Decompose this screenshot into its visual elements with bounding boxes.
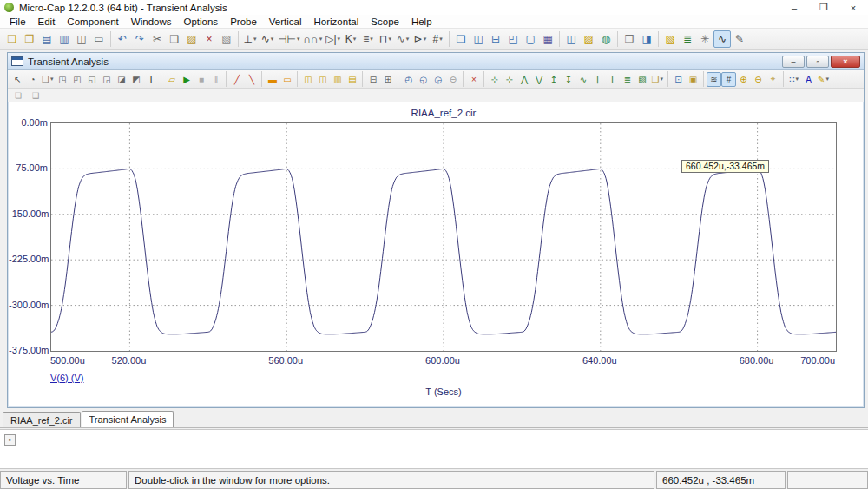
ground-component-icon[interactable]: ⊥▾ bbox=[241, 30, 259, 48]
undo-icon[interactable]: ↶ bbox=[114, 30, 131, 48]
mini-page-2-icon[interactable]: ❑ bbox=[29, 89, 43, 102]
overlap-windows-icon[interactable]: ◰ bbox=[504, 30, 522, 48]
connector-component-icon[interactable]: #▾ bbox=[429, 30, 446, 48]
preferences-icon[interactable]: ✳ bbox=[696, 30, 713, 48]
child-minimize-button[interactable]: – bbox=[782, 56, 805, 68]
delete-icon[interactable]: × bbox=[201, 30, 218, 48]
text-box-icon[interactable]: ⊡ bbox=[671, 72, 686, 87]
data-points-icon[interactable]: ▬ bbox=[265, 72, 279, 87]
tag-horizontal-icon[interactable]: ≋ bbox=[707, 72, 721, 87]
high-icon[interactable]: ↥ bbox=[546, 72, 561, 87]
text-panel[interactable]: ▪ bbox=[0, 429, 868, 469]
run-icon[interactable]: ▶ bbox=[179, 72, 194, 87]
sine-source-component-icon[interactable]: ∿▾ bbox=[394, 30, 411, 48]
menu-horizontal[interactable]: Horizontal bbox=[308, 15, 365, 28]
print-preview-icon[interactable]: ◫ bbox=[73, 30, 90, 48]
trace-legend[interactable]: V(6) (V) bbox=[50, 373, 84, 383]
tile-horizontal-icon[interactable]: ⊟ bbox=[487, 30, 504, 48]
global-high-icon[interactable]: ⌈ bbox=[590, 72, 605, 87]
panel-right-icon[interactable]: ▥ bbox=[330, 72, 345, 87]
zoom-grid-icon[interactable]: ◰ bbox=[69, 72, 84, 87]
child-close-button[interactable]: × bbox=[831, 56, 860, 68]
model-editor-icon[interactable]: ▧ bbox=[661, 30, 679, 48]
peak-icon[interactable]: ⋀ bbox=[516, 72, 531, 87]
max-window-icon[interactable]: ▢ bbox=[522, 30, 539, 48]
panel-left-icon[interactable]: ◫ bbox=[315, 72, 330, 87]
cursor-left-icon[interactable]: ⊹ bbox=[487, 72, 502, 87]
inflection-icon[interactable]: ∿ bbox=[575, 72, 590, 87]
paste-icon[interactable]: ▨ bbox=[183, 30, 201, 48]
zoom-select-icon[interactable]: ◳ bbox=[55, 72, 69, 87]
package-editor-icon[interactable]: ≣ bbox=[679, 30, 696, 48]
print-icon[interactable]: ▭ bbox=[90, 30, 108, 48]
panel-bottom-icon[interactable]: ▤ bbox=[345, 72, 359, 87]
child-restore-button[interactable]: ▫ bbox=[806, 56, 829, 68]
stats-icon[interactable]: ▧ bbox=[635, 72, 649, 87]
menu-options[interactable]: Options bbox=[177, 15, 224, 28]
panel-top-icon[interactable]: ◫ bbox=[300, 72, 315, 87]
cascade-windows-icon[interactable]: ❏ bbox=[452, 30, 470, 48]
mini-page-1-icon[interactable]: ❏ bbox=[11, 89, 25, 102]
tile-vertical-icon[interactable]: ◫ bbox=[470, 30, 487, 48]
edit-box-icon[interactable]: ◩ bbox=[128, 72, 143, 87]
restore-button[interactable]: ❐ bbox=[809, 0, 838, 15]
grid-dropdown[interactable]: ∷▾ bbox=[786, 72, 801, 87]
save-as-icon[interactable]: ▥ bbox=[56, 30, 73, 48]
cursor-right-icon[interactable]: ⊹ bbox=[502, 72, 516, 87]
magnify-region-icon[interactable]: ⌖ bbox=[766, 72, 780, 87]
tab-riaa-ref-2-cir[interactable]: RIAA_ref_2.cir bbox=[3, 412, 81, 427]
watch-icon[interactable]: ▣ bbox=[686, 72, 700, 87]
paste-special-icon[interactable]: ▧ bbox=[218, 30, 235, 48]
remove-plot-icon[interactable]: ⊟ bbox=[365, 72, 380, 87]
thermal-icon[interactable]: ❒ bbox=[621, 30, 638, 48]
zoom-out-time-icon[interactable]: ⊖ bbox=[445, 72, 460, 87]
menu-windows[interactable]: Windows bbox=[125, 15, 178, 28]
minimize-button[interactable]: – bbox=[779, 0, 809, 15]
cut-icon[interactable]: ✂ bbox=[148, 30, 166, 48]
resistor-component-icon[interactable]: ∿▾ bbox=[259, 30, 276, 48]
slope-down-icon[interactable]: ╲ bbox=[244, 72, 259, 87]
diode-component-icon[interactable]: ▷|▾ bbox=[324, 30, 342, 48]
opamp-component-icon[interactable]: ⊳▾ bbox=[411, 30, 429, 48]
text-tool-icon[interactable]: T bbox=[143, 72, 158, 87]
zoom-out-icon[interactable]: ⊖ bbox=[751, 72, 766, 87]
menu-edit[interactable]: Edit bbox=[32, 15, 62, 28]
copy-icon[interactable]: ❑ bbox=[166, 30, 183, 48]
new-file-icon[interactable]: ❏ bbox=[3, 30, 21, 48]
pause-icon[interactable]: ‖ bbox=[208, 72, 223, 87]
add-plot-icon[interactable]: ⊞ bbox=[380, 72, 395, 87]
tab-transient-analysis[interactable]: Transient Analysis bbox=[82, 411, 174, 427]
menu-file[interactable]: File bbox=[3, 15, 32, 28]
plot-box[interactable] bbox=[50, 122, 837, 352]
pan-clock-icon[interactable]: ◔ bbox=[25, 72, 40, 87]
font-color-icon[interactable]: A bbox=[801, 72, 816, 87]
graphics-dropdown[interactable]: ❒▾ bbox=[40, 72, 55, 87]
menu-help[interactable]: Help bbox=[405, 15, 438, 28]
pulse-source-component-icon[interactable]: ⊓▾ bbox=[377, 30, 394, 48]
transistor-component-icon[interactable]: K▾ bbox=[342, 30, 359, 48]
back-annotate-icon[interactable]: ◨ bbox=[638, 30, 655, 48]
calculator-icon[interactable]: ▦ bbox=[539, 30, 556, 48]
menu-component[interactable]: Component bbox=[61, 15, 124, 28]
delay-clock-3-icon[interactable]: ◶ bbox=[431, 72, 445, 87]
delay-clock-2-icon[interactable]: ◵ bbox=[416, 72, 431, 87]
menu-vertical[interactable]: Vertical bbox=[263, 15, 308, 28]
analysis-plot-icon[interactable]: ∿ bbox=[713, 30, 731, 48]
delay-clock-1-icon[interactable]: ◴ bbox=[401, 72, 416, 87]
child-title-bar[interactable]: Transient Analysis – ▫ × bbox=[8, 53, 864, 70]
save-icon[interactable]: ▤ bbox=[38, 30, 56, 48]
menu-scope[interactable]: Scope bbox=[365, 15, 405, 28]
web-icon[interactable]: ◍ bbox=[597, 30, 615, 48]
clipboard-dropdown[interactable]: ❐▾ bbox=[649, 72, 664, 87]
tag-vertical-icon[interactable]: # bbox=[721, 72, 736, 87]
properties-icon[interactable]: ▱ bbox=[164, 72, 179, 87]
zoom-in-icon[interactable]: ⊕ bbox=[736, 72, 751, 87]
valley-icon[interactable]: ⋁ bbox=[531, 72, 546, 87]
global-low-icon[interactable]: ⌊ bbox=[605, 72, 620, 87]
go-to-branch-icon[interactable]: ≣ bbox=[620, 72, 635, 87]
probe-edit-icon[interactable]: ✎ bbox=[731, 30, 748, 48]
plot-canvas[interactable]: RIAA_ref_2.cir 0.00m-75.00m-150.00m-225.… bbox=[9, 102, 863, 406]
slope-up-icon[interactable]: ╱ bbox=[229, 72, 244, 87]
select-cursor-icon[interactable]: ↖ bbox=[10, 72, 25, 87]
demos-icon[interactable]: ▨ bbox=[580, 30, 597, 48]
